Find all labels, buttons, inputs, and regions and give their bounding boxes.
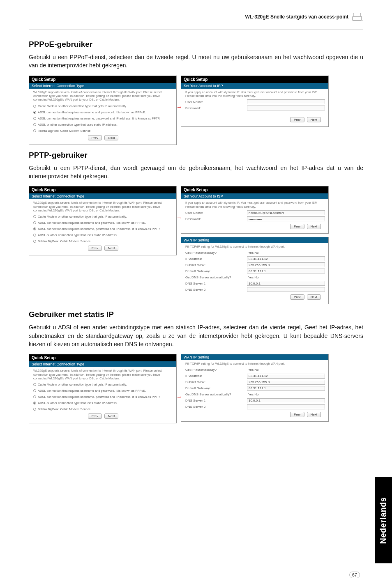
next-button[interactable]: Next — [104, 135, 118, 140]
dns2-label: DNS Server 2: — [185, 288, 243, 292]
prev-button[interactable]: Prev — [290, 224, 304, 229]
dns2-label: DNS Server 2: — [185, 405, 243, 409]
quick-setup-panel: Quick Setup Select Internet Connection T… — [29, 76, 177, 145]
password-label: Password: — [185, 106, 243, 110]
panel-title: Quick Setup — [29, 354, 176, 361]
mask-field[interactable]: 255.255.255.0 — [247, 262, 325, 267]
radio-opt-pptp[interactable]: ADSL connection that requires username, … — [33, 117, 173, 120]
quick-setup-panel: Quick Setup Select Internet Connection T… — [29, 354, 177, 423]
radio-opt-bigpond[interactable]: Telstra BigPond Cable Modem Service. — [33, 129, 173, 133]
dns2-field[interactable] — [247, 287, 325, 292]
password-field[interactable] — [247, 106, 325, 110]
getdns-label: Get DNS Server automatically? — [185, 393, 243, 396]
panel-desc: If you apply an account with dynamic IP.… — [185, 90, 325, 98]
radio-opt-static[interactable]: ADSL or other connection type that uses … — [33, 401, 173, 405]
panel-subtitle: Select Internet Connection Type — [29, 193, 176, 199]
pptp-screenshots: → ↓ Quick Setup Select Internet Connecti… — [29, 186, 363, 304]
page-number: 67 — [349, 572, 360, 578]
gw-field[interactable]: 88.31.111.1 — [247, 269, 325, 273]
gw-field[interactable]: 88.31.111.1 — [247, 386, 325, 391]
isp-login-panel: Quick Setup Set Your Account to ISP If y… — [181, 186, 329, 234]
radio-opt-bigpond[interactable]: Telstra BigPond Cable Modem Service. — [33, 407, 173, 411]
password-field[interactable]: •••••••••••• — [247, 216, 325, 221]
next-button[interactable]: Next — [307, 117, 321, 122]
quick-setup-panel: Quick Setup Select Internet Connection T… — [29, 186, 177, 255]
gw-label: Default Gateway: — [185, 386, 243, 390]
radio-opt-pptp[interactable]: ADSL connection that requires username, … — [33, 227, 173, 231]
page-header: WL-320gE Snelle startgids van access-poi… — [29, 12, 363, 21]
getip-radio[interactable]: Yes No — [247, 368, 325, 372]
radio-opt-static[interactable]: ADSL or other connection type that uses … — [33, 233, 173, 237]
radio-opt-cable[interactable]: Cable Modem or other connection type tha… — [33, 383, 173, 386]
ip-field[interactable]: 88.31.111.12 — [247, 374, 325, 379]
pptp-title: PPTP-gebruiker — [29, 151, 363, 160]
username-field[interactable] — [247, 99, 325, 104]
next-button[interactable]: Next — [104, 246, 118, 251]
radio-opt-cable[interactable]: Cable Modem or other connection type tha… — [33, 104, 173, 108]
prev-button[interactable]: Prev — [290, 294, 304, 300]
prev-button[interactable]: Prev — [290, 117, 304, 122]
getdns-radio[interactable]: Yes No — [247, 275, 325, 280]
panel-title: Quick Setup — [181, 76, 328, 83]
next-button[interactable]: Next — [307, 412, 321, 417]
language-tab: Nederlands — [375, 477, 392, 563]
getip-label: Get IP automatically? — [185, 251, 243, 255]
panel-title: Quick Setup — [181, 186, 328, 193]
panel-subtitle: Select Internet Connection Type — [29, 361, 176, 367]
pppoe-screenshots: → Quick Setup Select Internet Connection… — [29, 76, 363, 145]
header-title: WL-320gE Snelle startgids van access-poi… — [245, 14, 348, 20]
mask-field[interactable]: 255.255.255.0 — [247, 380, 325, 385]
getdns-radio[interactable]: Yes No — [247, 392, 325, 397]
panel-desc: WL320gE supports several kinds of connec… — [33, 90, 173, 102]
username-field[interactable]: herk0369@adsl-comfort — [247, 210, 325, 215]
dns1-label: DNS Server 1: — [185, 282, 243, 285]
panel-subtitle: Set Your Account to ISP — [181, 83, 328, 89]
radio-opt-static[interactable]: ADSL or other connection type that uses … — [33, 123, 173, 126]
getdns-label: Get DNS Server automatically? — [185, 276, 243, 279]
ip-label: IP Address: — [185, 257, 243, 261]
next-button[interactable]: Next — [104, 413, 118, 419]
dns1-field[interactable]: 10.0.0.1 — [247, 281, 325, 286]
divider — [29, 30, 363, 30]
panel-desc: Fill TCP/IP setting for WL320gE to conne… — [185, 245, 325, 248]
getip-radio[interactable]: Yes No — [247, 250, 325, 255]
static-screenshots: → Quick Setup Select Internet Connection… — [29, 354, 363, 423]
gw-label: Default Gateway: — [185, 269, 243, 273]
panel-subtitle: Set Your Account to ISP — [181, 193, 328, 199]
panel-desc: Fill TCP/IP setting for WL320gE to conne… — [185, 362, 325, 365]
username-label: User Name: — [185, 100, 243, 104]
panel-desc: If you apply an account with dynamic IP.… — [185, 201, 325, 209]
password-label: Password: — [185, 217, 243, 221]
pppoe-text: Gebruikt u een PPPoE-dienst, selecteer d… — [29, 53, 363, 70]
pppoe-title: PPPoE-gebruiker — [29, 40, 363, 49]
ip-field[interactable]: 88.31.111.12 — [247, 256, 325, 261]
router-icon — [352, 12, 363, 21]
radio-opt-pppoe[interactable]: ADSL connection that requires username a… — [33, 389, 173, 393]
panel-subtitle: WAN IP Setting — [181, 354, 328, 360]
dns1-field[interactable]: 10.0.0.1 — [247, 398, 325, 403]
prev-button[interactable]: Prev — [290, 412, 304, 417]
radio-opt-pppoe[interactable]: ADSL connection that requires username a… — [33, 221, 173, 225]
panel-title: Quick Setup — [29, 186, 176, 193]
wan-ip-panel: WAN IP Setting Fill TCP/IP setting for W… — [181, 237, 329, 304]
pptp-text: Gebruikt u een PPTP-dienst, dan wordt ge… — [29, 164, 363, 181]
username-label: User Name: — [185, 211, 243, 215]
panel-subtitle: WAN IP Setting — [181, 237, 328, 243]
prev-button[interactable]: Prev — [88, 135, 102, 140]
prev-button[interactable]: Prev — [88, 413, 102, 419]
isp-login-panel: Quick Setup Set Your Account to ISP If y… — [181, 76, 329, 127]
getip-label: Get IP automatically? — [185, 368, 243, 372]
radio-opt-cable[interactable]: Cable Modem or other connection type tha… — [33, 215, 173, 218]
prev-button[interactable]: Prev — [88, 246, 102, 251]
next-button[interactable]: Next — [307, 294, 321, 300]
radio-opt-pptp[interactable]: ADSL connection that requires username, … — [33, 395, 173, 399]
panel-title: Quick Setup — [29, 76, 176, 83]
next-button[interactable]: Next — [307, 224, 321, 229]
radio-opt-pppoe[interactable]: ADSL connection that requires username a… — [33, 110, 173, 114]
language-tab-label: Nederlands — [379, 497, 388, 544]
mask-label: Subnet Mask: — [185, 380, 243, 384]
wan-ip-panel: WAN IP Setting Fill TCP/IP setting for W… — [181, 354, 329, 421]
static-text: Gebruikt u ADSl of een ander verbindings… — [29, 323, 363, 348]
radio-opt-bigpond[interactable]: Telstra BigPond Cable Modem Service. — [33, 239, 173, 243]
dns2-field[interactable] — [247, 404, 325, 409]
